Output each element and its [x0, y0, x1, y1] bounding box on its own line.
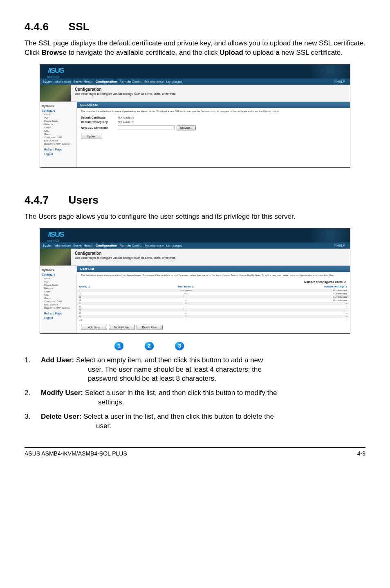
sidebar-item-ssl-2[interactable]: SSL	[44, 293, 75, 296]
sidebar-item-pef[interactable]: PEF	[44, 116, 75, 119]
item-3-num: 3.	[25, 412, 41, 431]
sidebar-item-datetime[interactable]: Date/Time/NTP Settings	[44, 142, 75, 146]
sidebar-item-smtp[interactable]: SMTP	[44, 126, 75, 129]
default-key-value: Not Available	[118, 121, 134, 123]
sidebar-item-smtp-2[interactable]: SMTP	[44, 290, 75, 293]
shot-header-2: /iSUS ASMB4-iKVM	[40, 229, 350, 242]
nav-remote-control[interactable]: Remote Control	[119, 80, 142, 83]
sidebar-item-ldap[interactable]: Configure LDAP	[44, 136, 75, 139]
table-row[interactable]: 3~Administrator	[77, 295, 350, 298]
badge-1: 1	[114, 342, 123, 350]
nav-server-health-2[interactable]: Server Health	[73, 244, 93, 247]
sidebar-item-bmc-sensor-2[interactable]: BMC Sensor	[44, 303, 75, 306]
sidebar: Options Configure Alerts PEF Mouse Mode …	[40, 102, 77, 167]
sidebar-configure-2[interactable]: Configure	[42, 273, 75, 276]
heading-users: 4.4.7 Users	[25, 194, 365, 206]
table-row[interactable]: 4~Administrator	[77, 298, 350, 302]
sidebar-item-network-2[interactable]: Network	[44, 287, 75, 290]
badge-2: 2	[145, 342, 154, 350]
logout[interactable]: Logout	[42, 153, 75, 155]
ssl-upload-bar: SSL Upload	[77, 102, 350, 108]
conf-banner-2: Configuration Use these pages to configu…	[40, 249, 350, 266]
conf-subtitle-2: Use these pages to configure various set…	[75, 256, 346, 259]
nav-system-information[interactable]: System Information	[43, 80, 71, 83]
modify-user-button[interactable]: Modify User	[109, 325, 135, 330]
heading-ssl-title: SSL	[69, 20, 90, 33]
table-row[interactable]: 8~~	[77, 312, 350, 315]
top-nav: System Information Server Health Configu…	[40, 79, 350, 85]
nav-server-health[interactable]: Server Health	[73, 80, 93, 83]
sidebar-item-ldap-2[interactable]: Configure LDAP	[44, 300, 75, 303]
users-paragraph: The Users page allows you to configure t…	[25, 212, 365, 222]
sidebar-item-mouse-mode[interactable]: Mouse Mode	[44, 119, 75, 123]
table-row[interactable]: 10~~	[77, 318, 350, 321]
conf-thumb-2	[40, 249, 71, 266]
browse-button[interactable]: Browse...	[177, 125, 196, 130]
nav-system-information-2[interactable]: System Information	[43, 244, 71, 247]
header-art-2	[301, 229, 350, 242]
item-1-num: 1.	[25, 356, 41, 384]
sidebar-configure[interactable]: Configure	[42, 109, 75, 112]
sidebar-options: Options	[42, 104, 75, 108]
item-1-text: Add User: Select an empty item, and then…	[41, 356, 365, 384]
ssl-paragraph: The SSL page displays the default certif…	[25, 39, 365, 58]
item-3-text: Delete User: Select a user in the list, …	[41, 412, 365, 431]
col-priv[interactable]: Network Privilege	[324, 285, 344, 288]
table-row[interactable]: 9~~	[77, 315, 350, 318]
main-ssl: SSL Upload The dates for the default cer…	[77, 102, 350, 167]
logout-2[interactable]: Logout	[42, 316, 75, 319]
nav-configuration[interactable]: Configuration	[96, 80, 117, 83]
item-2-num: 2.	[25, 388, 41, 407]
refresh-page-2[interactable]: Refresh Page	[42, 312, 75, 315]
new-cert-label: New SSL Certificate	[81, 126, 118, 129]
nav-languages-2[interactable]: Languages	[166, 244, 182, 247]
asus-logo-2: /iSUS	[40, 230, 68, 239]
sidebar-item-ssl[interactable]: SSL	[44, 129, 75, 132]
sidebar-item-alerts-2[interactable]: Alerts	[44, 277, 75, 280]
table-row[interactable]: 1anonymousAdministrator	[77, 289, 350, 292]
header-art	[301, 65, 350, 79]
col-username[interactable]: User Name	[178, 285, 191, 288]
footer-right: 4-9	[357, 450, 365, 457]
footer: ASUS ASMB4-iKVM/ASMB4-SOL PLUS 4-9	[25, 448, 365, 457]
table-row[interactable]: 2rootAdministrator	[77, 292, 350, 295]
sidebar-item-users[interactable]: Users	[44, 132, 75, 136]
sidebar-item-datetime-2[interactable]: Date/Time/NTP Settings	[44, 306, 75, 310]
table-row[interactable]: 6~~	[77, 305, 350, 308]
delete-user-button[interactable]: Delete User	[137, 325, 163, 330]
add-user-button[interactable]: Add User	[81, 325, 107, 330]
nav-languages[interactable]: Languages	[166, 80, 182, 83]
sidebar-item-network[interactable]: Network	[44, 123, 75, 126]
logo-subtitle: ASMB4-iKVM	[40, 76, 59, 78]
table-row[interactable]: 7~~	[77, 308, 350, 312]
sidebar-item-bmc-sensor[interactable]: BMC Sensor	[44, 139, 75, 142]
user-list-desc: The list below shows the current list of…	[77, 272, 350, 279]
upload-button[interactable]: Upload	[81, 134, 102, 139]
screenshot-users: /iSUS ASMB4-iKVM System Information Serv…	[40, 228, 350, 334]
sidebar-item-pef-2[interactable]: PEF	[44, 280, 75, 283]
col-userid[interactable]: UserID	[79, 285, 87, 288]
heading-users-title: Users	[69, 194, 99, 206]
nav-maintenance[interactable]: Maintenance	[145, 80, 164, 83]
item-2-bold: Modify User:	[41, 389, 83, 397]
help-link[interactable]: ? HELP	[334, 80, 345, 83]
default-cert-label: Default Certificate	[81, 116, 118, 119]
item-1-bold: Add User:	[41, 356, 74, 364]
sidebar-item-alerts[interactable]: Alerts	[44, 113, 75, 116]
sidebar-item-mouse-mode-2[interactable]: Mouse Mode	[44, 283, 75, 287]
footer-left: ASUS ASMB4-iKVM/ASMB4-SOL PLUS	[25, 450, 127, 457]
nav-remote-control-2[interactable]: Remote Control	[119, 244, 142, 247]
refresh-page[interactable]: Refresh Page	[42, 148, 75, 151]
item-3-bold: Delete User:	[41, 413, 81, 420]
help-link-2[interactable]: ? HELP	[334, 244, 345, 247]
shot-header: /iSUS ASMB4-iKVM	[40, 65, 350, 79]
new-cert-input[interactable]	[118, 126, 175, 130]
nav-configuration-2[interactable]: Configuration	[96, 244, 117, 247]
conf-title-2: Configuration	[75, 251, 346, 256]
sidebar-item-users-2[interactable]: Users	[44, 296, 75, 300]
default-cert-value: Not Available	[118, 116, 134, 119]
table-row[interactable]: 5~~	[77, 302, 350, 305]
conf-thumb	[40, 85, 71, 102]
bold-browse: Browse	[42, 49, 67, 56]
nav-maintenance-2[interactable]: Maintenance	[145, 244, 164, 247]
